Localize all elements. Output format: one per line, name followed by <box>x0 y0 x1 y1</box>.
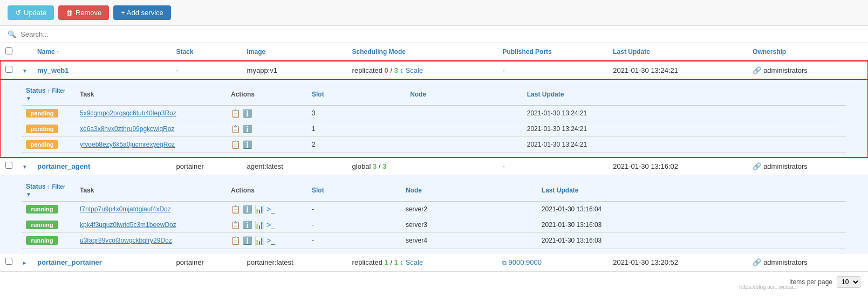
service-ownership: 🔗administrators <box>747 61 868 79</box>
select-all-checkbox[interactable] <box>5 47 12 54</box>
task-node: server2 <box>401 202 537 217</box>
service-ports: 9000:9000 <box>497 253 607 271</box>
task-console-icon[interactable]: >_ <box>266 205 275 214</box>
task-row: running f7ntpp7u9p4x0mjatdgiauf4xDoz 📋 ℹ… <box>22 202 846 217</box>
service-scheduling: replicated 1 / 1 ↕ Scale <box>347 253 497 271</box>
task-node: server3 <box>401 217 537 233</box>
task-info-icon[interactable]: ℹ️ <box>243 221 252 229</box>
task-id-link[interactable]: f7ntpp7u9p4x0mjatdgiauf4xDoz <box>80 205 171 213</box>
task-id-link[interactable]: yfvoeb8ezy6k5a0jucmrexyegRoz <box>80 141 175 148</box>
task-info-icon[interactable]: ℹ️ <box>243 109 252 118</box>
search-input[interactable] <box>20 30 182 38</box>
ownership-icon: 🔗 <box>753 162 761 170</box>
expand-chevron[interactable]: ▾ <box>23 67 26 74</box>
task-last-update: 2021-01-30 13:16:03 <box>537 233 846 249</box>
task-slot: 2 <box>307 137 406 153</box>
service-name[interactable]: portainer_portainer <box>37 258 102 266</box>
row-checkbox[interactable] <box>5 66 12 73</box>
task-node <box>406 106 523 121</box>
col-scheduling-mode: Scheduling Mode <box>347 43 497 61</box>
status-badge: pending <box>26 125 58 133</box>
task-actions: 📋 ℹ️ 📊 >_ <box>231 221 303 229</box>
service-ownership: 🔗administrators <box>747 157 868 175</box>
col-ownership: Ownership <box>747 43 868 61</box>
task-actions: 📋 ℹ️ <box>231 140 303 149</box>
service-stack: portainer <box>170 253 241 271</box>
task-stats-icon[interactable]: 📊 <box>255 236 264 245</box>
task-stats-icon[interactable]: 📊 <box>255 205 264 214</box>
remove-button[interactable]: 🗑 Remove <box>58 5 109 20</box>
port-link[interactable]: 9000:9000 <box>502 258 542 266</box>
status-badge: running <box>26 221 58 229</box>
search-icon: 🔍 <box>8 30 16 38</box>
row-checkbox[interactable] <box>5 162 12 169</box>
col-stack: Stack <box>170 43 241 61</box>
url-hint: https://blog.ocr...we/pa... <box>740 284 798 290</box>
service-name[interactable]: portainer_agent <box>37 162 90 170</box>
service-last-update: 2021-01-30 13:16:02 <box>607 157 747 175</box>
service-name[interactable]: my_web1 <box>37 66 69 74</box>
toolbar: ↺ Update 🗑 Remove + Add service <box>0 0 868 26</box>
task-id-link[interactable]: u3faqr89vcol3owgckbqfry29Doz <box>80 237 172 244</box>
items-per-page-select[interactable]: 10 25 50 <box>837 276 860 288</box>
service-row: ▸ portainer_portainer portainer portaine… <box>0 253 868 271</box>
task-info-icon[interactable]: ℹ️ <box>243 236 252 245</box>
task-last-update: 2021-01-30 13:24:21 <box>523 121 846 137</box>
task-info-icon[interactable]: ℹ️ <box>243 140 252 149</box>
expand-chevron[interactable]: ▸ <box>23 259 26 266</box>
task-console-icon[interactable]: >_ <box>266 221 275 229</box>
task-inspect-icon[interactable]: 📋 <box>231 205 240 214</box>
task-actions: 📋 ℹ️ 📊 >_ <box>231 236 303 245</box>
task-inspect-icon[interactable]: 📋 <box>231 125 240 133</box>
task-slot: - <box>307 202 401 217</box>
task-id-link[interactable]: 5x9cgmpo2orqsqc6tub40lep3Roz <box>80 109 176 117</box>
task-stats-icon[interactable]: 📊 <box>255 221 264 229</box>
service-last-update: 2021-01-30 13:20:52 <box>607 253 747 271</box>
task-actions: 📋 ℹ️ <box>231 109 303 118</box>
task-inspect-icon[interactable]: 📋 <box>231 236 240 245</box>
status-badge: running <box>26 236 58 245</box>
task-actions: 📋 ℹ️ <box>231 125 303 133</box>
service-image: portainer:latest <box>242 253 347 271</box>
col-name[interactable]: Name ↕ <box>32 43 170 61</box>
service-last-update: 2021-01-30 13:24:21 <box>607 61 747 79</box>
service-image: myapp:v1 <box>242 61 347 79</box>
ownership-icon: 🔗 <box>753 258 761 266</box>
expand-chevron[interactable]: ▾ <box>23 163 26 170</box>
task-last-update: 2021-01-30 13:24:21 <box>523 106 846 121</box>
service-ports: - <box>497 61 607 79</box>
row-checkbox[interactable] <box>5 258 12 265</box>
task-actions: 📋 ℹ️ 📊 >_ <box>231 205 303 214</box>
services-table: Name ↕ Stack Image Scheduling Mode Publi… <box>0 43 868 271</box>
col-published-ports: Published Ports <box>497 43 607 61</box>
task-slot: - <box>307 217 401 233</box>
col-image: Image <box>242 43 347 61</box>
status-badge: running <box>26 205 58 214</box>
service-row: ▾ my_web1 - myapp:v1 replicated 0 / 3 ↕ … <box>0 61 868 79</box>
col-last-update: Last Update <box>607 43 747 61</box>
task-inspect-icon[interactable]: 📋 <box>231 140 240 149</box>
task-row: pending 5x9cgmpo2orqsqc6tub40lep3Roz 📋 ℹ… <box>22 106 846 121</box>
table-header-row: Name ↕ Stack Image Scheduling Mode Publi… <box>0 43 868 61</box>
task-inspect-icon[interactable]: 📋 <box>231 221 240 229</box>
task-inspect-icon[interactable]: 📋 <box>231 109 240 118</box>
task-last-update: 2021-01-30 13:16:03 <box>537 217 846 233</box>
service-stack: - <box>170 61 241 79</box>
service-row: ▾ portainer_agent portainer agent:latest… <box>0 157 868 175</box>
add-service-button[interactable]: + Add service <box>113 5 170 20</box>
task-id-link[interactable]: kpk4f3uquz0lwrld5c3m1beewDoz <box>80 221 176 229</box>
expanded-tasks-section: Status ↕ Filter ▼ Task Actions Slot Node… <box>0 79 868 157</box>
update-button[interactable]: ↺ Update <box>8 5 54 20</box>
task-node: server4 <box>401 233 537 249</box>
task-id-link[interactable]: xe6a3x8hvx0zthru99pgkcwlqRoz <box>80 125 174 133</box>
service-scheduling: global 3 / 3 <box>347 157 497 175</box>
services-table-container: Name ↕ Stack Image Scheduling Mode Publi… <box>0 43 868 271</box>
task-console-icon[interactable]: >_ <box>266 236 275 245</box>
task-info-icon[interactable]: ℹ️ <box>243 205 252 214</box>
task-info-icon[interactable]: ℹ️ <box>243 125 252 133</box>
task-node <box>406 121 523 137</box>
task-last-update: 2021-01-30 13:16:04 <box>537 202 846 217</box>
service-stack: portainer <box>170 157 241 175</box>
task-last-update: 2021-01-30 13:24:21 <box>523 137 846 153</box>
update-icon: ↺ <box>15 9 21 17</box>
